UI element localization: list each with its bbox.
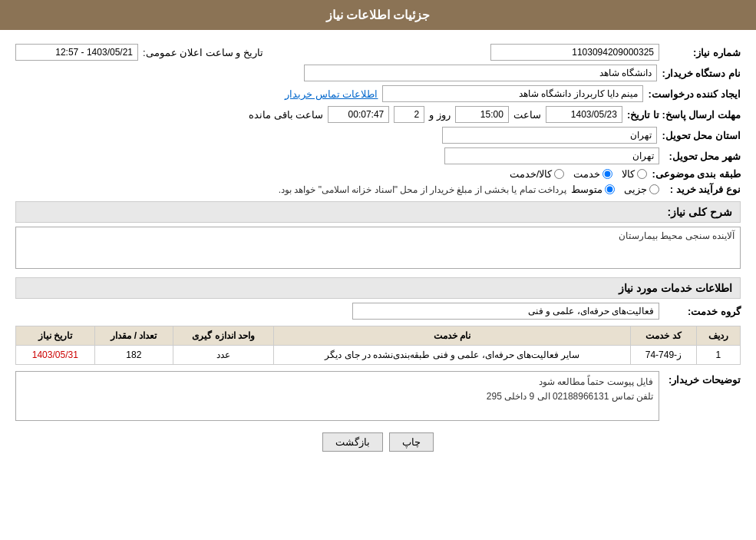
col-kod: کد خدمت xyxy=(631,326,697,346)
now-label: نوع فرآیند خرید : xyxy=(664,184,741,195)
ijad-label: ایجاد کننده درخواست: xyxy=(648,88,741,100)
row-dastgah: نام دستگاه خریدار: xyxy=(15,65,741,81)
mohlat-date-input[interactable] xyxy=(546,106,622,123)
col-tedad: تعداد / مقدار xyxy=(94,326,173,346)
tarikh-input[interactable] xyxy=(15,44,138,61)
row-ijad: ایجاد کننده درخواست: اطلاعات تماس خریدار xyxy=(15,85,741,102)
radio-motovaset[interactable]: متوسط xyxy=(571,184,615,195)
radio-khedmat-label: خدمت xyxy=(573,168,600,180)
tosihaat-label: توضیحات خریدار: xyxy=(664,374,741,386)
table-row: 1 ز-749-74 سایر فعالیت‌های حرفه‌ای، علمی… xyxy=(16,346,741,365)
row-mohlat: مهلت ارسال پاسخ: تا تاریخ: ساعت روز و سا… xyxy=(15,106,741,123)
main-content: شماره نیاز: تاریخ و ساعت اعلان عمومی: نا… xyxy=(0,30,756,459)
radio-kala-label: کالا xyxy=(622,168,635,180)
radio-motovaset-label: متوسط xyxy=(571,184,602,195)
shomare-label: شماره نیاز: xyxy=(664,47,741,58)
services-section-title: اطلاعات خدمات مورد نیاز xyxy=(15,277,741,299)
ostan-input[interactable] xyxy=(442,127,657,144)
row-now: نوع فرآیند خرید : جزیی متوسط پرداخت تمام… xyxy=(15,184,741,195)
button-row: چاپ بازگشت xyxy=(15,432,741,452)
khedmat-input[interactable] xyxy=(352,303,659,320)
radio-kala-khedmat[interactable]: کالا/خدمت xyxy=(510,168,565,180)
col-radif: ردیف xyxy=(696,326,740,346)
shahr-label: شهر محل تحویل: xyxy=(664,151,741,162)
radio-khedmat-input[interactable] xyxy=(602,169,612,179)
row-tosihaat: توضیحات خریدار: فایل پیوست حتماً مطالعه … xyxy=(15,371,741,423)
row-shomare: شماره نیاز: تاریخ و ساعت اعلان عمومی: xyxy=(15,44,741,61)
saat-label: ساعت xyxy=(513,109,541,121)
ijad-input[interactable] xyxy=(382,85,643,102)
rooz-label: روز و xyxy=(429,109,451,121)
radio-jozii[interactable]: جزیی xyxy=(624,184,659,195)
cell-nam: سایر فعالیت‌های حرفه‌ای، علمی و فنی طبقه… xyxy=(274,346,631,365)
row-shahr: شهر محل تحویل: xyxy=(15,147,741,164)
services-table: ردیف کد خدمت نام خدمت واحد اندازه گیری ت… xyxy=(15,326,741,365)
tamas-link[interactable]: اطلاعات تماس خریدار xyxy=(285,88,378,100)
khedmat-label: گروه خدمت: xyxy=(664,306,741,317)
sharh-container: آلاینده سنجی محیط بیمارستان xyxy=(15,227,741,271)
radio-kala-khedmat-label: کالا/خدمت xyxy=(510,168,553,180)
tosihaat-container: فایل پیوست حتماً مطالعه شود تلفن تماس 02… xyxy=(15,371,659,423)
mohlat-label: مهلت ارسال پاسخ: تا تاریخ: xyxy=(627,109,741,121)
tosihaat-textarea[interactable] xyxy=(15,371,659,421)
row-khedmat: گروه خدمت: xyxy=(15,303,741,320)
print-button[interactable]: چاپ xyxy=(389,432,434,452)
baqi-label: ساعت باقی مانده xyxy=(249,109,323,121)
now-note: پرداخت تمام یا بخشی از مبلغ خریدار از مح… xyxy=(279,184,566,195)
dastgah-input[interactable] xyxy=(304,65,657,81)
radio-motovaset-input[interactable] xyxy=(605,184,615,194)
shahr-input[interactable] xyxy=(444,147,659,164)
cell-kod: ز-749-74 xyxy=(631,346,697,365)
cell-radif: 1 xyxy=(696,346,740,365)
now-radio-group: جزیی متوسط xyxy=(571,184,659,195)
sharh-textarea[interactable] xyxy=(15,227,741,269)
saat-input[interactable] xyxy=(455,106,509,123)
dastgah-label: نام دستگاه خریدار: xyxy=(662,68,741,79)
radio-kala-input[interactable] xyxy=(637,169,647,179)
row-tabaqe: طبقه بندی موضوعی: کالا خدمت کالا/خدمت xyxy=(15,168,741,180)
sharh-section-title: شرح کلی نیاز: xyxy=(15,201,741,223)
radio-kala[interactable]: کالا xyxy=(622,168,647,180)
col-tarikh: تاریخ نیاز xyxy=(16,326,95,346)
back-button[interactable]: بازگشت xyxy=(322,432,383,452)
radio-kala-khedmat-input[interactable] xyxy=(554,169,564,179)
radio-khedmat[interactable]: خدمت xyxy=(573,168,612,180)
page-title: جزئیات اطلاعات نیاز xyxy=(326,8,431,22)
baqi-saat-input[interactable] xyxy=(328,106,389,123)
col-vahed: واحد اندازه گیری xyxy=(173,326,274,346)
row-ostan: استان محل تحویل: xyxy=(15,127,741,144)
ostan-label: استان محل تحویل: xyxy=(662,130,741,141)
rooz-input[interactable] xyxy=(394,106,424,123)
cell-tarikh: 1403/05/31 xyxy=(16,346,95,365)
col-nam: نام خدمت xyxy=(274,326,631,346)
cell-tedad: 182 xyxy=(94,346,173,365)
cell-vahed: عدد xyxy=(173,346,274,365)
radio-jozii-input[interactable] xyxy=(649,184,659,194)
tarikh-label: تاریخ و ساعت اعلان عمومی: xyxy=(143,47,263,58)
tabaqe-radio-group: کالا خدمت کالا/خدمت xyxy=(510,168,648,180)
page-header: جزئیات اطلاعات نیاز xyxy=(0,0,756,30)
radio-jozii-label: جزیی xyxy=(624,184,647,195)
page-wrapper: جزئیات اطلاعات نیاز شماره نیاز: تاریخ و … xyxy=(0,0,756,540)
shomare-input[interactable] xyxy=(490,44,659,61)
tabaqe-label: طبقه بندی موضوعی: xyxy=(652,168,741,180)
